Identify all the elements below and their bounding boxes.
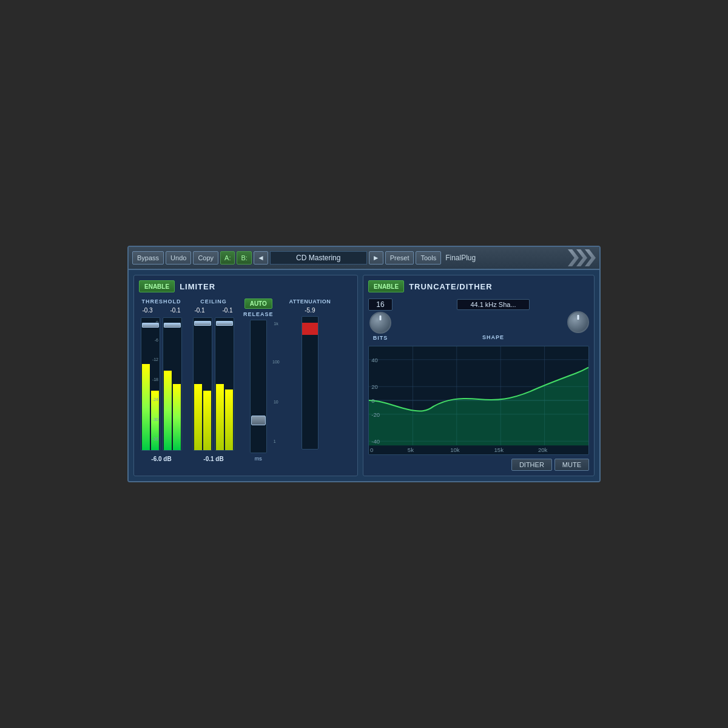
nav-left-button[interactable]: ◄	[254, 251, 268, 265]
threshold-r-fader	[163, 317, 182, 451]
threshold-r-value: -0.1	[167, 307, 184, 314]
brand-label: FinalPlug	[443, 254, 478, 262]
threshold-r-arrow	[181, 322, 182, 328]
limiter-title: LIMITER	[180, 282, 215, 291]
svg-text:10k: 10k	[450, 447, 460, 453]
threshold-l-vu-green	[142, 364, 150, 450]
attenuation-red-bar	[302, 323, 318, 335]
undo-button[interactable]: Undo	[166, 251, 191, 265]
limiter-enable-button[interactable]: ENABLE	[139, 280, 175, 292]
svg-text:5k: 5k	[408, 447, 414, 453]
threshold-r-track[interactable]	[163, 317, 182, 451]
threshold-l-track[interactable]: 0 -6 -12 -18 -24 -30 -36	[141, 317, 160, 451]
ceiling-r-track[interactable]	[215, 317, 234, 451]
td-bottom: DITHER MUTE	[368, 459, 589, 471]
release-thumb[interactable]	[251, 416, 266, 425]
auto-button[interactable]: AUTO	[244, 298, 272, 309]
eq-chart-svg: 40 20 0 -20 -40 0 5k 10k 15k 20k	[369, 346, 588, 454]
ceiling-r-arrow	[234, 320, 234, 326]
mute-button[interactable]: MUTE	[554, 459, 589, 471]
logo-chevrons	[568, 249, 596, 266]
td-controls: 16 BITS 44.1 kHz Sha... SHAPE	[368, 298, 589, 341]
preset-button[interactable]: Preset	[385, 251, 414, 265]
svg-text:-40: -40	[371, 439, 380, 445]
limiter-section: ENABLE LIMITER THRESHOLD -0.3 -0.1	[133, 275, 358, 476]
ceiling-r-thumb[interactable]	[216, 321, 233, 326]
threshold-l-thumb[interactable]	[142, 323, 159, 328]
ceiling-db-readout: -0.1 dB	[203, 456, 223, 462]
threshold-db-readout: -6.0 dB	[151, 456, 171, 462]
release-label: RELEASE	[243, 311, 274, 317]
a-button[interactable]: A:	[220, 251, 235, 265]
svg-text:0: 0	[371, 398, 374, 404]
ceiling-faders	[193, 317, 234, 451]
ceiling-l-vu2	[203, 391, 211, 450]
threshold-r-thumb[interactable]	[164, 323, 181, 328]
ms-label: ms	[255, 456, 262, 462]
svg-text:40: 40	[371, 357, 378, 363]
release-10-label: 10	[274, 400, 278, 404]
threshold-l-fader: 0 -6 -12 -18 -24 -30 -36	[141, 317, 160, 451]
svg-text:20: 20	[371, 385, 378, 391]
logo-area	[568, 249, 596, 266]
b-button[interactable]: B:	[237, 251, 251, 265]
bits-label: BITS	[373, 335, 388, 341]
limiter-meters-area: THRESHOLD -0.3 -0.1	[139, 298, 352, 462]
chevron-1-icon	[568, 249, 579, 266]
main-content: ENABLE LIMITER THRESHOLD -0.3 -0.1	[129, 270, 599, 481]
ceiling-label: CEILING	[200, 298, 227, 305]
tools-button[interactable]: Tools	[416, 251, 441, 265]
attenuation-label: ATTENUATION	[289, 298, 331, 305]
threshold-r-vu-green	[164, 371, 172, 450]
ceiling-l-value: -0.1	[191, 307, 208, 314]
release-section: AUTO RELEASE 1k 100 10 1 ms	[243, 298, 274, 462]
ceiling-r-vu	[216, 384, 224, 450]
svg-text:20k: 20k	[538, 447, 548, 453]
threshold-group: THRESHOLD -0.3 -0.1	[139, 298, 184, 462]
attenuation-track: 0 -6 -12 -18 -24 -30 -36 0 -6 -12 -18 -2…	[302, 316, 318, 450]
release-100-label: 100	[272, 360, 280, 364]
shape-display: 44.1 kHz Sha...	[457, 299, 530, 310]
release-1k-label: 1k	[274, 322, 278, 326]
threshold-label: THRESHOLD	[142, 298, 181, 305]
toolbar: Bypass Undo Copy A: B: ◄ CD Mastering ► …	[129, 247, 599, 270]
ceiling-r-vu2	[225, 389, 233, 450]
bits-knob[interactable]	[369, 312, 391, 334]
shape-knob[interactable]	[567, 311, 589, 333]
dither-button[interactable]: DITHER	[511, 459, 552, 471]
td-enable-button[interactable]: ENABLE	[368, 280, 404, 292]
release-1-label: 1	[274, 439, 276, 443]
ceiling-values-row: -0.1 -0.1	[191, 307, 236, 314]
shape-label: SHAPE	[482, 334, 504, 340]
bits-group: 16 BITS	[368, 298, 393, 341]
threshold-r-vu-yellow	[173, 384, 181, 450]
eq-chart: 40 20 0 -20 -40 0 5k 10k 15k 20k	[368, 346, 589, 455]
ceiling-group: CEILING -0.1 -0.1	[191, 298, 236, 462]
plugin-window: Bypass Undo Copy A: B: ◄ CD Mastering ► …	[127, 246, 601, 482]
threshold-l-arrow	[141, 322, 141, 328]
threshold-values-row: -0.3 -0.1	[139, 307, 184, 314]
td-header: ENABLE TRUNCATE/DITHER	[368, 280, 589, 292]
nav-right-button[interactable]: ►	[369, 251, 383, 265]
svg-text:-20: -20	[371, 412, 380, 418]
preset-name-display: CD Mastering	[270, 251, 367, 265]
ceiling-r-fader	[215, 317, 234, 451]
copy-button[interactable]: Copy	[193, 251, 218, 265]
td-title: TRUNCATE/DITHER	[409, 282, 493, 291]
ceiling-r-value: -0.1	[219, 307, 236, 314]
ceiling-l-track[interactable]	[193, 317, 212, 451]
ceiling-l-arrow	[193, 320, 194, 326]
svg-text:15k: 15k	[494, 447, 504, 453]
truncate-dither-section: ENABLE TRUNCATE/DITHER 16 BITS 44.1 kHz …	[363, 275, 595, 476]
bits-display: 16	[368, 298, 393, 311]
attenuation-section: ATTENUATION -5.9 0 -6 -12 -18 -24 -30 -3…	[289, 298, 331, 450]
ceiling-l-fader	[193, 317, 212, 451]
attenuation-value: -5.9	[305, 307, 315, 314]
threshold-l-value: -0.3	[139, 307, 156, 314]
svg-text:0: 0	[370, 447, 373, 453]
bypass-button[interactable]: Bypass	[132, 251, 164, 265]
threshold-faders: 0 -6 -12 -18 -24 -30 -36	[141, 317, 182, 451]
limiter-header: ENABLE LIMITER	[139, 280, 352, 292]
release-track[interactable]: 1k 100 10 1	[250, 320, 267, 453]
ceiling-l-thumb[interactable]	[194, 321, 211, 326]
